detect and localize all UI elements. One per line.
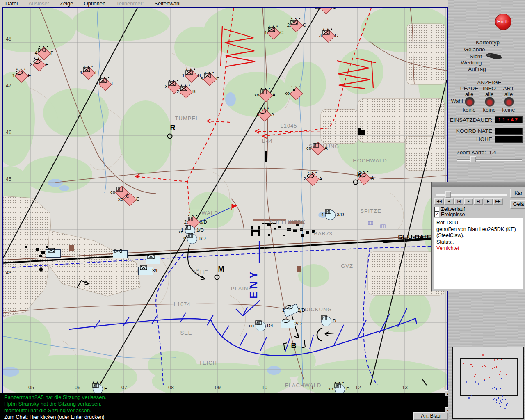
unit-left-label: 1 <box>181 228 183 233</box>
unit-right-label: F <box>104 386 107 391</box>
unit-left-label: 3 <box>256 112 258 117</box>
panel-side-button[interactable]: Kar <box>510 189 525 198</box>
unit-size-dots: • • • <box>203 71 216 75</box>
minimap[interactable] <box>452 347 524 419</box>
unit-size-dots: • • • <box>168 78 180 82</box>
friendly-unit-icon[interactable]: 12/D <box>285 304 297 317</box>
unit-left-label: xo <box>328 386 333 391</box>
enemy-unit-icon[interactable]: • • •xoA <box>260 89 272 101</box>
panel-side-button[interactable]: Gelä <box>510 200 525 209</box>
map-label: TEICH <box>199 360 217 366</box>
info-knob-icon[interactable] <box>485 97 495 107</box>
minimap-blue-dot <box>500 388 501 389</box>
tactical-map[interactable]: 48474645430506070809101112131TÜMPELL1045… <box>3 8 447 393</box>
enemy-unit-icon[interactable]: • • •7E <box>99 78 111 90</box>
sicht-pointer-icon <box>484 52 503 61</box>
field-display <box>495 128 523 135</box>
enemy-unit-icon[interactable]: • • •3C <box>322 30 334 42</box>
enemy-unit-icon[interactable]: • • •2C <box>290 19 302 32</box>
unit-size-dots: • • • <box>290 85 302 89</box>
enemy-unit-icon[interactable]: McoC <box>320 8 332 14</box>
enemy-unit-icon[interactable]: • • •2A <box>306 173 319 185</box>
minimap-red-dot <box>494 367 495 368</box>
enemy-unit-icon[interactable]: • • •3A <box>258 109 271 121</box>
menu-item-teilnehmer: Teilnehmer: <box>111 0 149 7</box>
event-log-line: Rot T80U <box>436 220 520 226</box>
skip-end-button[interactable]: ▶| <box>474 198 483 205</box>
enemy-unit-icon[interactable]: • • •xo <box>290 87 302 100</box>
unit-size-dots: • • • <box>306 171 319 175</box>
play-button[interactable]: ▶ <box>484 198 493 205</box>
map-label: BAB73 <box>314 231 332 237</box>
event-log[interactable]: Rot T80Ugetroffen von Blau Leo2A5DK (KE)… <box>434 218 523 289</box>
enemy-unit-icon[interactable]: • • •1B <box>185 70 197 82</box>
unit-left-label: 4 <box>183 236 185 241</box>
ende-button[interactable]: Ende <box>495 14 511 30</box>
friendly-unit-icon[interactable]: 2/D <box>282 318 294 330</box>
minimap-red-dot <box>506 374 507 375</box>
unit-size-dots: • • • <box>290 17 302 21</box>
friendly-unit-icon[interactable]: 43/D <box>324 209 336 221</box>
enemy-unit-icon[interactable]: coA <box>312 142 324 155</box>
enemy-unit-icon[interactable]: • • •4F <box>38 47 50 59</box>
unit-size-dots: • • • <box>82 64 95 68</box>
grid-label: 47 <box>6 83 11 89</box>
unit-right-label: 2/D <box>298 308 305 313</box>
step-back-button[interactable]: ◀ <box>444 198 454 205</box>
stop-button[interactable]: ■ <box>464 198 473 205</box>
menu-item-datei[interactable]: Datei <box>0 0 23 7</box>
friendly-unit-icon[interactable]: D <box>320 315 332 327</box>
friendly-unit-icon[interactable]: 3/E <box>139 265 152 277</box>
minimap-blue-dot <box>468 397 470 399</box>
rewind-button[interactable]: ◀◀ <box>434 198 444 205</box>
enemy-unit-icon[interactable]: • • •2B <box>180 86 192 98</box>
art-knob-icon[interactable] <box>504 97 514 107</box>
friendly-unit-icon[interactable]: coD4 <box>254 320 267 332</box>
zoom-slider-track[interactable] <box>457 159 522 161</box>
unit-size-dots: • • • <box>260 87 272 91</box>
minimap-blue-dot <box>506 404 507 406</box>
replay-slider-thumb[interactable] <box>445 191 451 198</box>
enemy-unit-icon[interactable]: • • •4E <box>82 67 95 79</box>
zeitverlauf-checkbox[interactable] <box>434 207 439 212</box>
friendly-unit-icon[interactable] <box>147 254 159 266</box>
menu-item-seitenwahl[interactable]: Seitenwahl <box>149 0 186 7</box>
sidebar-item-gelnde[interactable]: Gelände <box>464 46 485 52</box>
unit-size-dots: • • • <box>99 75 111 80</box>
unit-right-label: D <box>346 386 349 391</box>
sidebar-item-sicht[interactable]: Sicht <box>470 53 482 59</box>
grid-label: 05 <box>28 385 34 390</box>
sidebar-item-wertung[interactable]: Wertung <box>461 59 482 66</box>
anzeige-col-bottom: keine <box>463 107 475 113</box>
enemy-unit-icon[interactable]: • • •3E <box>203 73 216 85</box>
unit-left-label: xo <box>254 92 259 97</box>
menu-item-zeige[interactable]: Zeige <box>55 0 79 7</box>
menu-item-optionen[interactable]: Optionen <box>78 0 111 7</box>
map-label: SEE <box>180 330 192 336</box>
unit-left-label: 3 <box>201 76 203 81</box>
friendly-unit-icon[interactable]: • • •xoD <box>333 383 346 393</box>
map-label: SHELLWERK <box>269 219 306 225</box>
friendly-unit-icon[interactable]: 41/D <box>186 233 198 245</box>
enemy-unit-icon[interactable]: • • •1C <box>267 27 280 39</box>
unit-left-label: 2 <box>304 176 306 181</box>
enemy-unit-icon[interactable]: • • •A <box>358 172 370 185</box>
event-panel-header[interactable] <box>432 182 525 187</box>
ereignisse-checkbox[interactable]: ✓ <box>434 212 439 217</box>
pfade-knob-icon[interactable] <box>465 97 475 107</box>
grid-label: 13 <box>402 385 408 390</box>
skip-start-button[interactable]: |◀ <box>454 198 463 205</box>
friendly-unit-icon[interactable] <box>47 247 59 260</box>
friendly-unit-icon[interactable] <box>114 248 126 260</box>
sidebar-item-auftrag[interactable]: Auftrag <box>468 66 486 72</box>
route-marker-ring <box>215 275 220 280</box>
fast-forward-button[interactable]: ▶▶ <box>493 198 503 205</box>
sidebar-item-kartentyp[interactable]: Kartentyp <box>476 39 500 46</box>
zoom-slider-thumb[interactable] <box>470 156 476 162</box>
chat-target-button[interactable]: An: Blau <box>413 412 448 420</box>
friendly-unit-icon[interactable]: • • •F <box>91 383 104 393</box>
enemy-unit-icon[interactable]: • • •2E <box>33 59 45 71</box>
enemy-unit-icon[interactable]: CxoE <box>123 193 136 205</box>
chat-log[interactable]: Panzermann2A5 hat die Sitzung verlassen.… <box>0 393 448 415</box>
enemy-unit-icon[interactable]: • • •1E <box>15 70 27 82</box>
